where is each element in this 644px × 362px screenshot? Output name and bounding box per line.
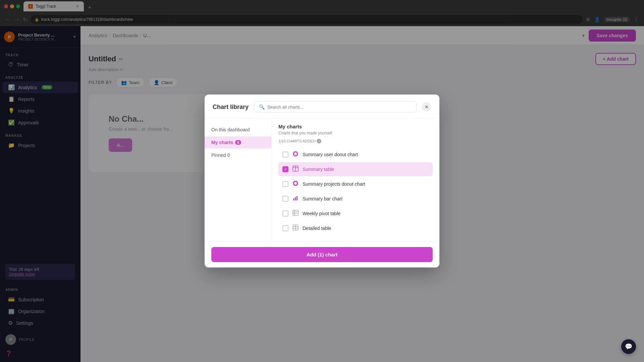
modal-body: On this dashboard My charts 6 Pinned 0 M… — [205, 118, 439, 241]
modal-nav-item-pinned[interactable]: Pinned 0 — [205, 149, 271, 161]
chart-library-modal: Chart library 🔍 ✕ On this dashboard My c… — [205, 95, 439, 267]
checkbox-weekly-pivot[interactable] — [282, 210, 288, 217]
modal-nav-item-my-charts[interactable]: My charts 6 — [205, 136, 271, 148]
pinned-label: Pinned 0 — [211, 153, 230, 158]
donut-icon-2 — [292, 180, 299, 188]
modal-title: Chart library — [213, 104, 249, 111]
info-icon[interactable]: i — [317, 139, 321, 143]
chat-icon: 💬 — [625, 343, 632, 350]
charts-section-subtitle: Charts that you made yourself — [278, 131, 433, 135]
add-chart-modal-button[interactable]: Add (1) chart — [211, 247, 433, 262]
checkbox-summary-bar[interactable] — [282, 196, 288, 202]
checkbox-summary-projects-donut[interactable] — [282, 181, 288, 187]
chart-name-summary-bar: Summary bar chart — [303, 196, 342, 201]
checkbox-summary-user-donut[interactable] — [282, 152, 288, 158]
added-count-text: 1/10 CHARTS ADDED — [278, 139, 315, 143]
modal-overlay[interactable]: Chart library 🔍 ✕ On this dashboard My c… — [0, 0, 644, 362]
charts-added-label: 1/10 CHARTS ADDED i — [278, 139, 433, 143]
svg-rect-9 — [297, 196, 298, 200]
donut-icon-1 — [292, 151, 299, 158]
chart-item-weekly-pivot[interactable]: Weekly pivot table — [278, 206, 433, 221]
search-icon: 🔍 — [259, 104, 265, 110]
checkbox-detailed-table[interactable] — [282, 225, 288, 231]
table-icon-1 — [292, 166, 299, 173]
pivot-icon — [292, 210, 299, 217]
modal-search-box[interactable]: 🔍 — [254, 101, 417, 113]
chart-name-weekly-pivot: Weekly pivot table — [303, 211, 340, 216]
svg-rect-8 — [295, 197, 296, 200]
modal-close-button[interactable]: ✕ — [422, 102, 431, 112]
modal-chart-list: My charts Charts that you made yourself … — [272, 118, 439, 241]
svg-point-1 — [294, 153, 297, 155]
chart-name-summary-table: Summary table — [303, 167, 334, 172]
modal-footer: Add (1) chart — [205, 241, 439, 267]
chart-name-summary-projects-donut: Summary projects donut chart — [303, 181, 365, 187]
modal-nav: On this dashboard My charts 6 Pinned 0 — [205, 118, 272, 241]
svg-point-6 — [294, 182, 297, 184]
svg-rect-10 — [293, 210, 298, 216]
search-input[interactable] — [267, 105, 412, 110]
table2-icon — [292, 225, 299, 232]
chart-item-summary-user-donut[interactable]: Summary user donut chart — [278, 147, 433, 162]
checkbox-summary-table[interactable]: ✓ — [282, 166, 288, 172]
chart-name-detailed-table: Detailed table — [303, 226, 331, 231]
my-charts-badge: 6 — [235, 140, 241, 145]
chart-name-summary-user-donut: Summary user donut chart — [303, 152, 358, 157]
chart-item-summary-bar[interactable]: Summary bar chart — [278, 192, 433, 206]
bar-icon — [292, 195, 299, 202]
my-charts-label: My charts — [211, 140, 233, 145]
modal-header: Chart library 🔍 ✕ — [205, 95, 439, 118]
charts-section-title: My charts — [278, 124, 433, 129]
chart-item-detailed-table[interactable]: Detailed table — [278, 221, 433, 235]
svg-rect-7 — [293, 198, 294, 200]
chart-item-summary-table[interactable]: ✓ Summary table — [278, 162, 433, 176]
modal-nav-item-on-dashboard[interactable]: On this dashboard — [205, 124, 271, 136]
on-dashboard-label: On this dashboard — [211, 127, 250, 132]
chat-widget[interactable]: 💬 — [621, 339, 636, 354]
chart-item-summary-projects-donut[interactable]: Summary projects donut chart — [278, 177, 433, 191]
